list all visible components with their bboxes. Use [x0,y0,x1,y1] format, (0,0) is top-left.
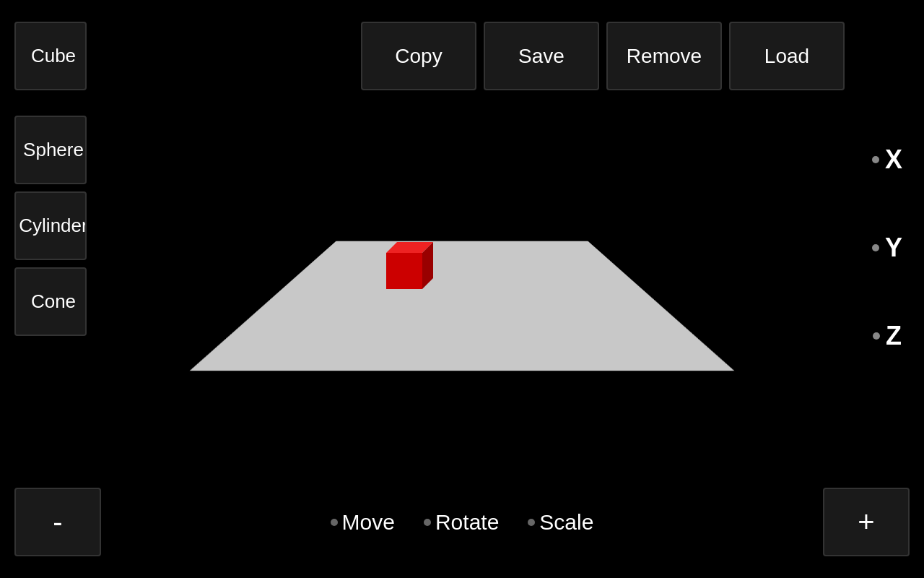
y-axis[interactable]: Y [872,233,902,263]
sphere-button[interactable]: Sphere [14,116,87,184]
shape-sidebar: Sphere Cylinder Cone [14,116,87,336]
x-axis-label: X [885,144,902,175]
rotate-label: Rotate [435,510,499,535]
load-button[interactable]: Load [729,22,845,90]
x-axis-dot [872,156,879,163]
red-cube [379,231,437,296]
x-axis[interactable]: X [872,144,902,175]
ground-plane [190,241,735,371]
scale-label: Scale [539,510,593,535]
remove-button[interactable]: Remove [606,22,722,90]
plus-button[interactable]: + [823,488,910,556]
scale-button[interactable]: Scale [528,510,593,535]
z-axis-dot [873,332,880,340]
z-axis[interactable]: Z [873,321,902,351]
transform-button-group: Move Rotate Scale [331,510,594,535]
viewport [108,108,816,484]
cone-button[interactable]: Cone [14,267,87,336]
move-button[interactable]: Move [331,510,395,535]
scale-dot [528,519,535,526]
svg-marker-0 [386,253,422,289]
axis-controls: X Y Z [872,144,902,351]
save-button[interactable]: Save [484,22,599,90]
y-axis-dot [872,244,879,251]
move-label: Move [342,510,395,535]
rotate-button[interactable]: Rotate [424,510,499,535]
cube-button[interactable]: Cube [14,22,87,90]
transform-controls: Move Rotate Scale [0,488,924,556]
copy-button[interactable]: Copy [361,22,476,90]
cylinder-button[interactable]: Cylinder [14,191,87,260]
top-toolbar: Copy Save Remove Load [361,22,845,90]
y-axis-label: Y [885,233,902,263]
move-dot [331,519,338,526]
scene [209,141,715,452]
z-axis-label: Z [886,321,902,351]
rotate-dot [424,519,431,526]
